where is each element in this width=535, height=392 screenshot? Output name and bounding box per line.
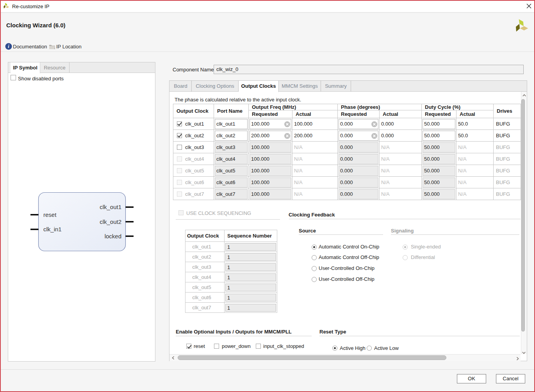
svg-text:clk_in1: clk_in1	[43, 226, 62, 232]
svg-text:clk_out1: clk_out1	[100, 204, 121, 210]
svg-text:locked: locked	[105, 233, 121, 239]
svg-text:clk_out2: clk_out2	[100, 218, 121, 225]
svg-text:reset: reset	[43, 211, 57, 218]
